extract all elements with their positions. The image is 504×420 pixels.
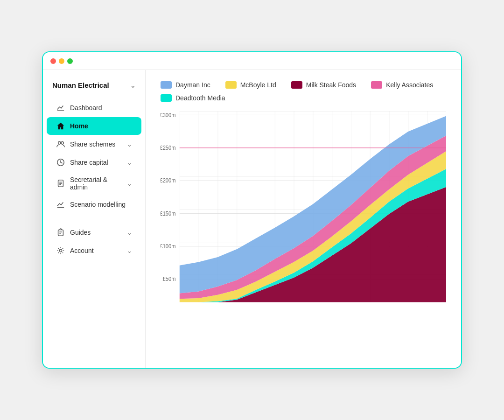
svg-rect-9 <box>58 230 63 236</box>
legend-color-dayman <box>161 81 172 89</box>
sidebar-item-scenario-modelling[interactable]: Scenario modelling <box>47 196 141 213</box>
company-chevron-icon: ⌄ <box>130 82 136 89</box>
chart-svg: £300m £250m £200m £150m £100m £50m <box>161 111 446 307</box>
sidebar-item-share-schemes[interactable]: Share schemes ⌄ <box>47 135 141 153</box>
sidebar-item-account-label: Account <box>70 247 94 254</box>
svg-text:£300m: £300m <box>161 112 176 119</box>
svg-text:£150m: £150m <box>161 210 176 217</box>
main-panel: Dayman Inc McBoyle Ltd Milk Steak Foods … <box>146 70 461 368</box>
account-chevron-icon: ⌄ <box>127 247 132 254</box>
svg-text:£200m: £200m <box>161 177 176 184</box>
legend-deadtooth-media: Deadtooth Media <box>161 94 225 102</box>
sidebar-item-home-label: Home <box>70 122 88 130</box>
sidebar-item-guides-label: Guides <box>70 229 91 236</box>
sidebar-item-share-capital[interactable]: Share capital ⌄ <box>47 154 141 171</box>
legend-color-milksteak <box>291 81 302 89</box>
sidebar-item-scenario-modelling-label: Scenario modelling <box>70 201 126 208</box>
sidebar-item-share-schemes-label: Share schemes <box>70 140 115 148</box>
sidebar-item-secretarial-admin[interactable]: Secretarial & admin ⌄ <box>47 172 141 195</box>
dot-red[interactable] <box>50 58 56 64</box>
svg-text:£250m: £250m <box>161 144 176 151</box>
legend-color-mcboyle <box>225 81 237 89</box>
home-icon <box>56 121 65 131</box>
sidebar-item-secretarial-admin-label: Secretarial & admin <box>70 176 127 191</box>
guides-chevron-icon: ⌄ <box>127 229 132 236</box>
legend-label-kelly: Kelly Associates <box>386 81 433 89</box>
main-content: Numan Electrical ⌄ Dashboard <box>43 70 461 368</box>
gear-icon <box>56 246 65 255</box>
svg-text:£50m: £50m <box>163 276 176 283</box>
app-window: Numan Electrical ⌄ Dashboard <box>42 51 462 369</box>
legend-label-dayman: Dayman Inc <box>175 81 210 89</box>
legend-dayman-inc: Dayman Inc <box>161 81 210 89</box>
legend-milk-steak: Milk Steak Foods <box>291 81 356 89</box>
share-schemes-chevron-icon: ⌄ <box>127 141 132 148</box>
svg-point-12 <box>59 249 62 252</box>
legend-mcboyle-ltd: McBoyle Ltd <box>225 81 276 89</box>
legend-label-milksteak: Milk Steak Foods <box>306 81 356 89</box>
stacked-area-chart: £300m £250m £200m £150m £100m £50m <box>161 111 446 307</box>
dot-yellow[interactable] <box>59 58 64 64</box>
legend-color-deadtooth <box>161 94 172 102</box>
legend-label-mcboyle: McBoyle Ltd <box>240 81 276 89</box>
chart-line-icon <box>56 103 65 112</box>
legend-label-deadtooth: Deadtooth Media <box>175 94 225 102</box>
svg-text:£100m: £100m <box>161 243 176 250</box>
sidebar-item-dashboard[interactable]: Dashboard <box>47 99 141 117</box>
svg-point-1 <box>58 142 61 144</box>
svg-point-2 <box>61 142 63 144</box>
chart-legend: Dayman Inc McBoyle Ltd Milk Steak Foods … <box>161 81 446 102</box>
sidebar-item-share-capital-label: Share capital <box>70 159 108 166</box>
share-capital-chevron-icon: ⌄ <box>127 159 132 166</box>
document-icon <box>56 179 65 188</box>
sidebar-item-account[interactable]: Account ⌄ <box>47 242 141 259</box>
scenario-chart-icon <box>56 200 65 209</box>
company-selector[interactable]: Numan Electrical ⌄ <box>43 77 145 98</box>
clock-icon <box>56 158 65 167</box>
dot-green[interactable] <box>67 58 73 64</box>
sidebar: Numan Electrical ⌄ Dashboard <box>43 70 146 368</box>
sidebar-item-dashboard-label: Dashboard <box>70 104 102 112</box>
company-name: Numan Electrical <box>52 81 128 89</box>
titlebar <box>43 52 461 70</box>
person-group-icon <box>56 140 65 149</box>
legend-kelly-associates: Kelly Associates <box>371 81 433 89</box>
clipboard-icon <box>56 228 65 237</box>
sidebar-item-guides[interactable]: Guides ⌄ <box>47 224 141 241</box>
sidebar-item-home[interactable]: Home <box>47 117 141 135</box>
secretarial-chevron-icon: ⌄ <box>127 180 132 187</box>
legend-color-kelly <box>371 81 382 89</box>
